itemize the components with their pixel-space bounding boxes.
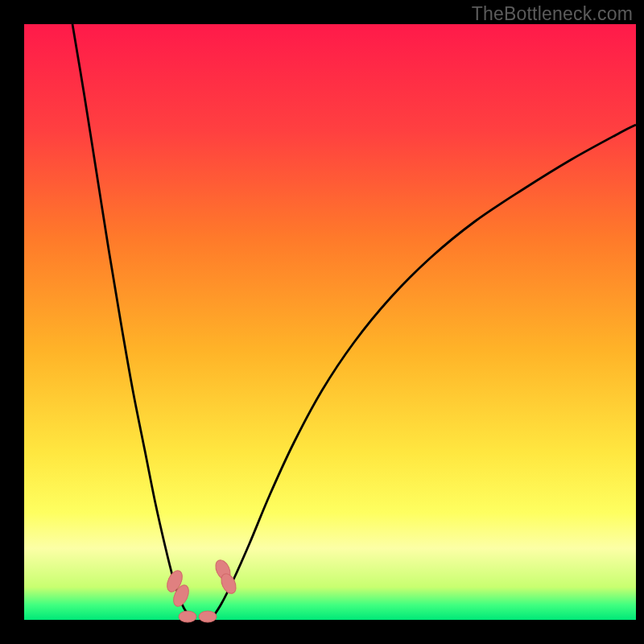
chart-frame: TheBottleneck.com <box>0 0 644 644</box>
marker-bottom-left <box>179 611 196 622</box>
watermark-text: TheBottleneck.com <box>472 3 633 25</box>
bottleneck-chart <box>0 0 644 644</box>
plot-background <box>24 24 636 620</box>
marker-bottom-right <box>199 611 217 622</box>
